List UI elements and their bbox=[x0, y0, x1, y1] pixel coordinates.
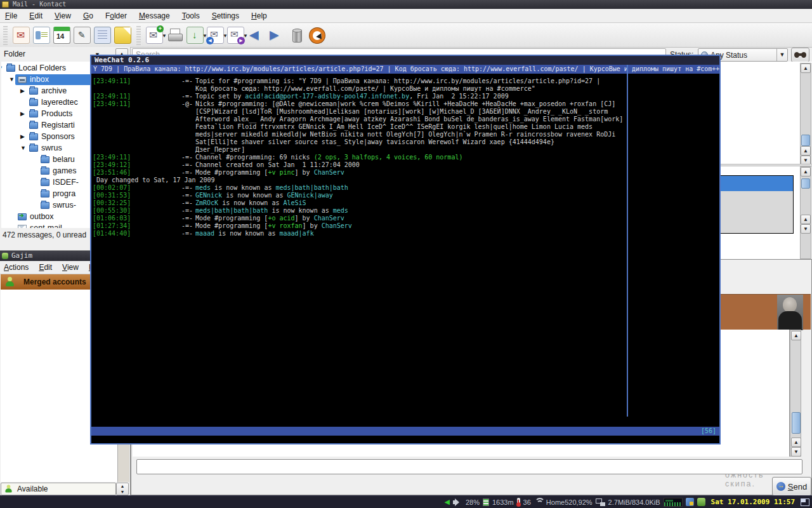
chat-line: [23:49:11]-=-Topic for #programming is: … bbox=[91, 77, 625, 85]
nick-count: [56] bbox=[701, 427, 716, 436]
terminal-input-line[interactable] bbox=[91, 436, 719, 443]
folder-label: archive bbox=[41, 86, 67, 95]
find-messages-button[interactable] bbox=[791, 48, 809, 62]
gajim-tray-icon[interactable] bbox=[697, 498, 705, 506]
new-message-icon[interactable]: ▼ bbox=[146, 27, 163, 44]
todo-icon[interactable] bbox=[74, 27, 91, 44]
folder-icon bbox=[41, 156, 49, 163]
timestamp: [00:32:25] bbox=[93, 199, 131, 207]
check-mail-icon[interactable]: ▼ bbox=[187, 27, 204, 44]
system-monitor-graph[interactable] bbox=[664, 498, 683, 507]
network-icon[interactable] bbox=[596, 498, 605, 506]
notes-icon[interactable] bbox=[114, 27, 131, 44]
chat-line: [01:06:03]-=-Mode #programming [+o acid]… bbox=[91, 215, 625, 222]
menu-file[interactable]: File bbox=[5, 11, 17, 20]
panel-hide-arrow-icon[interactable]: ◀ bbox=[444, 498, 449, 506]
folder-icon bbox=[29, 110, 38, 117]
timestamp: [23:49:12] bbox=[93, 161, 131, 169]
chat-line: [CSP]Wizard [lsd]ToR [Mushroomhead]Lelik… bbox=[91, 108, 625, 116]
scroll-up-icon[interactable]: ▲ bbox=[791, 438, 801, 447]
clock[interactable]: Sat 17.01.2009 11:57 bbox=[711, 498, 795, 506]
reply-icon[interactable]: ▼ bbox=[207, 27, 224, 44]
folder-header-label: Folder bbox=[4, 50, 25, 58]
calendar-icon[interactable] bbox=[53, 27, 70, 44]
show-desktop-icon[interactable] bbox=[801, 498, 809, 506]
collapse-icon[interactable]: ▼ bbox=[9, 76, 15, 83]
temperature-icon[interactable] bbox=[517, 498, 520, 506]
gajim-app-icon bbox=[2, 253, 8, 259]
menu-edit[interactable]: Edit bbox=[39, 263, 52, 272]
chat-line: Sat[Elli]te shaver silver source stas_ S… bbox=[91, 138, 625, 146]
folder-label: outbox bbox=[30, 212, 54, 221]
collapse-icon[interactable]: ▼ bbox=[20, 145, 26, 151]
weechat-terminal-window: WeeChat 0.2.6 Y 7D9 | ПраВила канала: ht… bbox=[90, 55, 721, 444]
scroll-down-icon[interactable]: ▼ bbox=[801, 224, 811, 234]
folder-icon bbox=[29, 99, 38, 106]
menu-go[interactable]: Go bbox=[83, 11, 93, 20]
collapse-icon[interactable]: ▼ bbox=[1, 65, 3, 71]
send-button[interactable]: Send bbox=[772, 477, 811, 496]
timestamp: [01:06:03] bbox=[93, 215, 131, 222]
chat-line: [23:49:12]-=-Channel created on Sat Jan … bbox=[91, 161, 625, 169]
folder-label: Registarti bbox=[41, 121, 75, 130]
folder-label: belaru bbox=[53, 155, 75, 164]
expand-icon[interactable]: ▶ bbox=[20, 110, 25, 117]
scrollbar-thumb[interactable] bbox=[801, 178, 810, 189]
mail-icon[interactable] bbox=[13, 27, 30, 44]
scroll-up-icon[interactable]: ▲ bbox=[801, 167, 811, 177]
menu-folder[interactable]: Folder bbox=[105, 11, 127, 20]
menu-view[interactable]: View bbox=[55, 11, 71, 20]
folder-label: games bbox=[53, 166, 77, 175]
chat-line: Feata`lion Floid ftrvxmtrx GENnick I_Am_… bbox=[91, 123, 625, 131]
forward-message-icon[interactable]: ▼ bbox=[227, 27, 244, 44]
menu-view[interactable]: View bbox=[62, 263, 79, 272]
account-icon bbox=[5, 277, 15, 287]
forward-icon[interactable] bbox=[268, 27, 285, 44]
menu-help[interactable]: Help bbox=[251, 11, 267, 20]
expand-icon[interactable]: ▶ bbox=[20, 88, 25, 94]
print-icon[interactable] bbox=[166, 27, 183, 44]
scroll-up-icon[interactable]: ▲ bbox=[791, 331, 801, 340]
toolbar-handle[interactable] bbox=[3, 26, 8, 45]
contacts-icon[interactable] bbox=[33, 27, 50, 44]
chat-line: [00:32:25]-=-ZmROcK is now known as AleS… bbox=[91, 199, 625, 207]
kontact-menubar: FileEditViewGoFolderMessageToolsSettings… bbox=[0, 9, 812, 23]
cpu-frequency-icon[interactable] bbox=[483, 498, 489, 506]
trash-icon[interactable] bbox=[288, 27, 305, 44]
volume-icon[interactable] bbox=[453, 498, 462, 506]
volume-value: 28% bbox=[466, 498, 480, 506]
chat-line: [23:49:11]-=-Topic set by acid!acid@port… bbox=[91, 93, 625, 100]
chat-line: [00:02:07]-=-meds is now known as meds|b… bbox=[91, 184, 625, 192]
scroll-up-icon[interactable]: ▲ bbox=[801, 64, 811, 73]
scrollbar-thumb[interactable] bbox=[792, 412, 801, 434]
expand-icon[interactable]: ▶ bbox=[20, 133, 25, 140]
help-icon[interactable] bbox=[308, 27, 325, 44]
menu-settings[interactable]: Settings bbox=[212, 11, 239, 20]
terminal-titlebar[interactable]: WeeChat 0.2.6 bbox=[91, 56, 719, 65]
menu-actions[interactable]: Actions bbox=[4, 263, 29, 272]
presence-spinner[interactable]: ▲▼ bbox=[116, 483, 129, 495]
wifi-icon[interactable] bbox=[534, 498, 543, 505]
back-icon[interactable] bbox=[247, 27, 265, 44]
kwallet-tray-icon[interactable] bbox=[686, 498, 694, 506]
presence-selector[interactable]: Available bbox=[1, 483, 116, 495]
pane-splitter[interactable] bbox=[719, 164, 812, 166]
chat-input[interactable] bbox=[136, 459, 802, 474]
menu-tools[interactable]: Tools bbox=[182, 11, 200, 20]
toolbar-handle[interactable] bbox=[136, 26, 141, 45]
journal-icon[interactable] bbox=[94, 27, 111, 44]
selected-message-row[interactable] bbox=[717, 175, 794, 192]
scroll-down-icon[interactable]: ▼ bbox=[791, 447, 801, 457]
menu-message[interactable]: Message bbox=[139, 11, 170, 20]
send-label: end bbox=[793, 482, 807, 491]
scroll-up-icon[interactable]: ▲ bbox=[801, 146, 811, 156]
scrollbar-thumb[interactable] bbox=[801, 135, 810, 146]
chat-line: Дзег_Пергзег] bbox=[91, 146, 625, 154]
kontact-titlebar[interactable]: Mail - Kontact bbox=[0, 0, 812, 9]
timestamp: [00:55:30] bbox=[93, 207, 131, 215]
menu-edit[interactable]: Edit bbox=[29, 11, 43, 20]
chat-log: [23:49:11]-=-Topic for #programming is: … bbox=[91, 74, 625, 417]
scroll-up-icon[interactable]: ▲ bbox=[801, 215, 811, 224]
chevron-down-icon[interactable]: ▼ bbox=[776, 49, 787, 61]
folder-label: ISDEF- bbox=[53, 178, 79, 187]
